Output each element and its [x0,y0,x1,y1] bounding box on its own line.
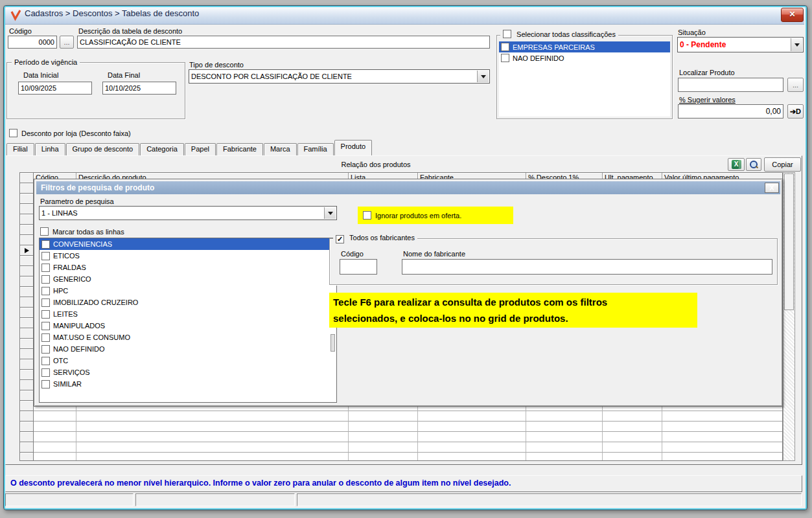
grid-row[interactable] [20,411,782,422]
linha-checkbox[interactable] [41,345,50,354]
grid-cell[interactable] [526,422,603,432]
grid-cell[interactable] [34,453,76,461]
linha-item[interactable]: CONVENIENCIAS [40,238,336,250]
grid-cell[interactable] [603,422,662,432]
linha-item[interactable]: LEITES [40,308,336,320]
grid-row-selector[interactable] [20,442,34,453]
desconto-loja-checkbox[interactable] [9,129,17,137]
grid-row[interactable] [20,442,782,453]
grid-row-selector[interactable] [20,328,34,339]
fabricante-codigo-field[interactable] [340,259,377,275]
grid-row-selector[interactable] [20,401,34,411]
grid-cell[interactable] [76,422,349,432]
linha-checkbox[interactable] [41,240,50,249]
grid-cell[interactable] [526,411,603,422]
grid-row[interactable] [20,453,782,461]
grid-row-selector[interactable] [20,318,34,328]
classificacao-item[interactable]: ✓EMPRESAS PARCEIRAS [499,41,670,52]
localizar-produto-browse-button[interactable]: ... [787,78,804,92]
grid-cell[interactable] [76,453,349,461]
grid-row-selector[interactable] [20,359,34,370]
linha-checkbox[interactable] [41,298,50,307]
linha-item[interactable]: NAO DEFINIDO [40,343,336,355]
data-inicial-field[interactable]: 10/09/2025 [18,82,92,95]
classificacao-checkbox[interactable]: ✓ [501,43,509,51]
todos-fabricantes-checkbox[interactable]: ✓ [336,235,344,243]
grid-row-selector[interactable] [20,432,34,442]
grid-cell[interactable] [662,432,783,442]
grid-row[interactable] [20,432,782,442]
dialog-titlebar[interactable]: Filtros de pesquisa de produto X [36,181,780,194]
grid-row-selector[interactable] [20,225,34,235]
classificacao-checkbox[interactable] [501,54,509,62]
grid-row-selector[interactable] [20,453,34,461]
marcar-todas-linhas-checkbox[interactable] [40,227,49,236]
linha-item[interactable]: MANIPULADOS [40,320,336,332]
linha-item[interactable]: OTC [40,355,336,366]
tab-produto[interactable]: Produto [334,140,373,155]
linha-checkbox[interactable] [41,287,50,295]
linha-item[interactable]: SERVIÇOS [40,366,336,378]
tab-fabricante[interactable]: Fabricante [216,143,263,155]
grid-cell[interactable] [34,442,76,453]
classificacoes-list[interactable]: ✓EMPRESAS PARCEIRASNAO DEFINIDO [499,41,670,117]
grid-cell[interactable] [526,442,603,453]
grid-row-selector[interactable] [20,266,34,276]
tab-linha[interactable]: Linha [35,143,65,155]
linha-checkbox[interactable] [41,252,50,260]
grid-cell[interactable] [349,453,418,461]
grid-cell[interactable] [349,411,418,422]
linha-item[interactable]: GENERICO [40,273,336,285]
tipo-desconto-dropdown-icon[interactable] [477,71,489,82]
linha-item[interactable]: HPC [40,285,336,297]
grid-row[interactable] [20,422,782,432]
parametro-dropdown-icon[interactable] [324,207,336,219]
grid-cell[interactable] [418,432,526,442]
grid-cell[interactable] [662,453,783,461]
linhas-scrollbar-thumb[interactable] [331,334,335,352]
grid-row-selector[interactable] [20,256,34,266]
grid-row-selector[interactable] [20,390,34,401]
tab-grupo-de-desconto[interactable]: Grupo de desconto [66,143,140,155]
grid-cell[interactable] [603,442,662,453]
linha-checkbox[interactable] [41,275,50,284]
linha-checkbox[interactable] [41,333,50,342]
codigo-field[interactable]: 0000 [8,36,57,49]
grid-row-selector[interactable] [20,204,34,214]
grid-cell[interactable] [76,442,349,453]
grid-row-selector[interactable] [20,422,34,432]
grid-cell[interactable] [603,432,662,442]
grid-cell[interactable] [76,411,349,422]
grid-row-selector[interactable] [20,411,34,422]
tab-filial[interactable]: Filial [6,143,34,155]
tipo-desconto-select[interactable]: DESCONTO POR CLASSIFICAÇÃO DE CLIENTE [189,69,490,84]
tab-família[interactable]: Família [297,143,334,155]
localizar-produto-field[interactable] [678,78,783,92]
grid-row-selector[interactable] [20,380,34,390]
situacao-select[interactable]: 0 - Pendente [677,37,804,52]
grid-cell[interactable] [418,442,526,453]
grid-cell[interactable] [34,411,76,422]
codigo-browse-button[interactable]: ... [60,36,74,49]
linha-item[interactable]: IMOBILIZADO CRUZEIRO [40,297,336,308]
grid-row-selector[interactable] [20,276,34,287]
grid-row-selector[interactable] [20,297,34,308]
grid-row-selector[interactable] [20,287,34,297]
linha-item[interactable]: SIMILAR [40,378,336,390]
situacao-dropdown-icon[interactable] [791,38,802,51]
grid-vertical-scrollbar[interactable] [783,172,795,461]
window-close-button[interactable]: ✕ [781,8,804,22]
sugerir-valores-field[interactable]: 0,00 [678,104,783,118]
grid-row-selector[interactable] [20,235,34,245]
linha-item[interactable]: ETICOS [40,250,336,262]
grid-cell[interactable] [349,442,418,453]
grid-row-selector[interactable] [20,349,34,359]
linha-checkbox[interactable] [41,357,50,365]
grid-cell[interactable] [34,432,76,442]
selecionar-todas-checkbox[interactable] [503,30,511,38]
grid-cell[interactable] [526,432,603,442]
grid-cell[interactable] [418,453,526,461]
tab-papel[interactable]: Papel [185,143,216,155]
linhas-listbox[interactable]: CONVENIENCIASETICOSFRALDASGENERICOHPCIMO… [39,238,337,403]
apply-suggested-values-button[interactable]: ➔D [787,104,804,118]
